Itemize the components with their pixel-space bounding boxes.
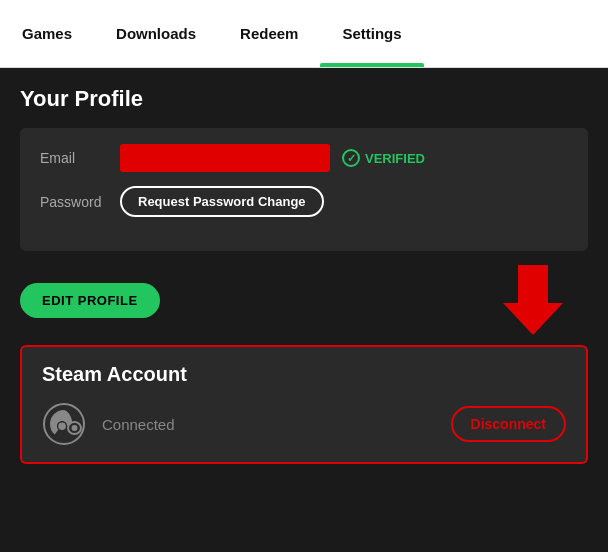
connected-text: Connected — [102, 416, 451, 433]
down-arrow-icon — [498, 265, 568, 335]
email-row: Email ✓ VERIFIED — [40, 144, 568, 172]
steam-row: Connected Disconnect — [42, 402, 566, 446]
verified-badge: ✓ VERIFIED — [342, 149, 425, 167]
profile-section: Your Profile Email ✓ VERIFIED Password R… — [0, 68, 608, 345]
nav-item-redeem[interactable]: Redeem — [218, 0, 320, 67]
verified-label: VERIFIED — [365, 151, 425, 166]
profile-title: Your Profile — [20, 86, 588, 112]
steam-title: Steam Account — [42, 363, 566, 386]
nav-item-downloads[interactable]: Downloads — [94, 0, 218, 67]
email-label: Email — [40, 150, 120, 166]
nav-bar: Games Downloads Redeem Settings — [0, 0, 608, 68]
steam-logo-icon — [42, 402, 86, 446]
email-input[interactable] — [120, 144, 330, 172]
nav-item-games[interactable]: Games — [0, 0, 94, 67]
password-label: Password — [40, 194, 120, 210]
profile-card: Email ✓ VERIFIED Password Request Passwo… — [20, 128, 588, 251]
disconnect-button[interactable]: Disconnect — [451, 406, 566, 442]
nav-item-settings[interactable]: Settings — [320, 0, 423, 67]
edit-profile-button[interactable]: EDIT PROFILE — [20, 283, 160, 318]
request-password-button[interactable]: Request Password Change — [120, 186, 324, 217]
verified-icon: ✓ — [342, 149, 360, 167]
steam-account-section: Steam Account Connected Disconnect — [20, 345, 588, 464]
svg-point-2 — [58, 422, 66, 430]
svg-marker-0 — [503, 265, 563, 335]
svg-point-3 — [72, 425, 78, 431]
down-arrow-container — [498, 265, 568, 335]
btn-row: EDIT PROFILE — [20, 265, 588, 335]
password-row: Password Request Password Change — [40, 186, 568, 217]
